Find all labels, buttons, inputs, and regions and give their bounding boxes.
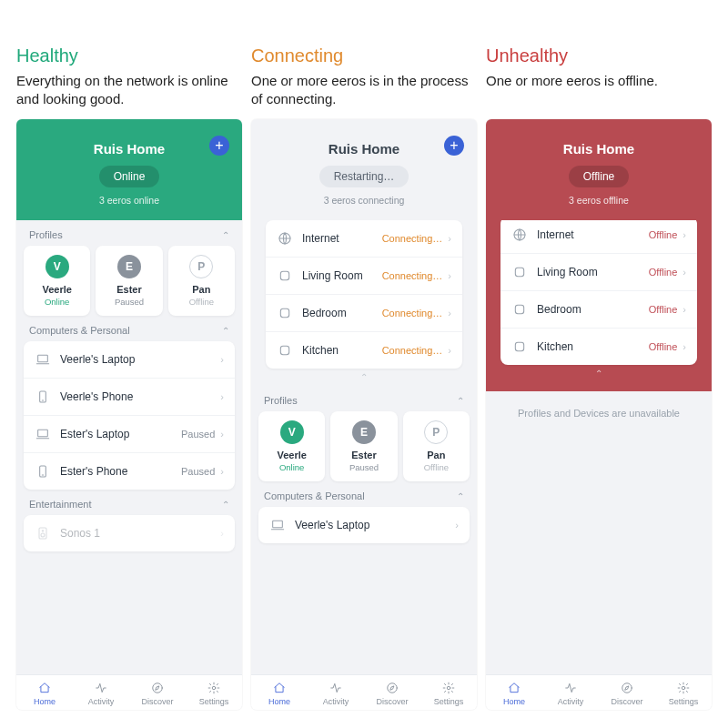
svg-point-8 bbox=[41, 533, 45, 537]
list-card: Veerle's Laptop › bbox=[258, 507, 470, 543]
collapse-caret[interactable]: ⌃ bbox=[258, 369, 470, 386]
profile-status: Offline bbox=[409, 462, 464, 472]
section-header[interactable]: Computers & Personal⌃ bbox=[24, 316, 235, 341]
list-row[interactable]: Ester's Laptop Paused › bbox=[24, 416, 235, 453]
add-button[interactable]: + bbox=[444, 136, 464, 156]
svg-rect-15 bbox=[280, 346, 288, 354]
tab-settings[interactable]: Settings bbox=[420, 681, 477, 706]
phone-mock: + Ruis Home Restarting… 3 eeros connecti… bbox=[251, 119, 477, 710]
tab-label: Activity bbox=[73, 697, 129, 706]
tab-activity[interactable]: Activity bbox=[308, 681, 364, 706]
profile-name: Veerle bbox=[29, 284, 85, 295]
settings-icon bbox=[655, 681, 712, 695]
list-row[interactable]: Bedroom Connecting… › bbox=[266, 295, 462, 332]
list-row[interactable]: Veerle's Laptop › bbox=[24, 341, 235, 379]
list-row[interactable]: Bedroom Offline › bbox=[500, 291, 697, 329]
list-row[interactable]: Veerle's Laptop › bbox=[258, 507, 470, 543]
section-header[interactable]: Profiles⌃ bbox=[24, 220, 235, 246]
collapse-caret[interactable]: ⌃ bbox=[493, 365, 704, 386]
node-icon bbox=[277, 342, 293, 359]
phone-icon bbox=[35, 463, 51, 480]
list-row[interactable]: Ester's Phone Paused › bbox=[24, 453, 235, 490]
tab-home[interactable]: Home bbox=[486, 681, 542, 706]
svg-rect-14 bbox=[280, 308, 288, 317]
tab-label: Activity bbox=[542, 697, 599, 706]
tab-label: Home bbox=[16, 697, 73, 706]
tab-activity[interactable]: Activity bbox=[73, 681, 129, 706]
svg-point-19 bbox=[447, 686, 450, 690]
nodes-card: Internet Offline › Living Room Offline ›… bbox=[500, 220, 697, 365]
chevron-right-icon: › bbox=[682, 229, 686, 240]
svg-point-25 bbox=[682, 686, 685, 690]
chevron-right-icon: › bbox=[448, 308, 451, 318]
svg-rect-4 bbox=[38, 430, 48, 436]
profile-card[interactable]: P Pan Offline bbox=[168, 246, 235, 316]
chevron-right-icon: › bbox=[682, 341, 686, 352]
tab-discover[interactable]: Discover bbox=[364, 681, 420, 706]
status-pill[interactable]: Restarting… bbox=[319, 166, 410, 187]
status-pill[interactable]: Offline bbox=[569, 166, 629, 187]
laptop-icon bbox=[35, 426, 51, 442]
profile-name: Veerle bbox=[264, 450, 319, 460]
list-row[interactable]: Internet Connecting… › bbox=[266, 220, 462, 258]
tab-home[interactable]: Home bbox=[16, 681, 73, 706]
row-label: Veerle's Laptop bbox=[60, 353, 215, 366]
laptop-icon bbox=[269, 517, 286, 533]
avatar: E bbox=[352, 420, 376, 444]
section-title: Computers & Personal bbox=[29, 325, 130, 336]
tab-label: Settings bbox=[186, 697, 242, 706]
row-label: Veerle's Phone bbox=[60, 390, 215, 403]
profile-card[interactable]: P Pan Offline bbox=[403, 411, 470, 481]
list-row[interactable]: Kitchen Connecting… › bbox=[266, 332, 462, 369]
profile-name: Ester bbox=[101, 284, 157, 295]
home-icon bbox=[486, 681, 542, 695]
row-label: Kitchen bbox=[537, 340, 649, 353]
profiles-row: V Veerle Online E Ester Paused P Pan Off… bbox=[258, 411, 470, 481]
profile-name: Pan bbox=[409, 450, 464, 460]
speaker-icon bbox=[35, 525, 51, 541]
status-pill[interactable]: Online bbox=[99, 166, 160, 187]
profile-card[interactable]: E Ester Paused bbox=[330, 411, 397, 481]
chevron-up-icon: ⌃ bbox=[222, 230, 229, 240]
row-label: Internet bbox=[537, 228, 649, 241]
chevron-right-icon: › bbox=[682, 267, 686, 278]
svg-rect-13 bbox=[280, 271, 288, 279]
discover-icon bbox=[364, 681, 420, 695]
svg-point-11 bbox=[212, 686, 216, 690]
row-label: Internet bbox=[302, 232, 382, 245]
section-header[interactable]: Profiles⌃ bbox=[258, 386, 470, 411]
row-label: Living Room bbox=[537, 266, 649, 278]
profile-card[interactable]: E Ester Paused bbox=[96, 246, 162, 316]
svg-point-24 bbox=[622, 683, 632, 693]
tab-home[interactable]: Home bbox=[251, 681, 308, 706]
laptop-icon bbox=[35, 351, 51, 368]
section-header[interactable]: Entertainment⌃ bbox=[24, 490, 235, 515]
hero: Ruis Home Offline 3 eeros offline bbox=[486, 119, 712, 220]
tab-label: Discover bbox=[129, 697, 186, 706]
chevron-right-icon: › bbox=[220, 466, 224, 477]
profile-status: Offline bbox=[174, 297, 229, 307]
list-row[interactable]: Living Room Connecting… › bbox=[266, 258, 462, 295]
list-row[interactable]: Veerle's Phone › bbox=[24, 379, 235, 416]
node-icon bbox=[511, 264, 528, 280]
profile-status: Online bbox=[264, 462, 319, 472]
tab-activity[interactable]: Activity bbox=[542, 681, 599, 706]
list-card: Veerle's Laptop › Veerle's Phone › Ester… bbox=[24, 341, 235, 490]
state-description: One or more eeros is offline. bbox=[486, 72, 712, 110]
globe-icon bbox=[511, 227, 528, 243]
add-button[interactable]: + bbox=[209, 136, 229, 156]
profile-card[interactable]: V Veerle Online bbox=[24, 246, 90, 316]
list-row[interactable]: Living Room Offline › bbox=[500, 254, 697, 291]
list-row[interactable]: Kitchen Offline › bbox=[500, 329, 697, 365]
profile-card[interactable]: V Veerle Online bbox=[258, 411, 325, 481]
state-title: Healthy bbox=[16, 46, 242, 66]
tab-settings[interactable]: Settings bbox=[186, 681, 242, 706]
tab-label: Settings bbox=[420, 697, 477, 706]
tab-settings[interactable]: Settings bbox=[655, 681, 712, 706]
list-row[interactable]: Internet Offline › bbox=[500, 220, 697, 254]
tab-discover[interactable]: Discover bbox=[599, 681, 655, 706]
row-status: Connecting… bbox=[382, 308, 443, 318]
tab-discover[interactable]: Discover bbox=[129, 681, 186, 706]
section-header[interactable]: Computers & Personal⌃ bbox=[258, 481, 470, 507]
list-row[interactable]: Sonos 1 › bbox=[24, 515, 235, 551]
